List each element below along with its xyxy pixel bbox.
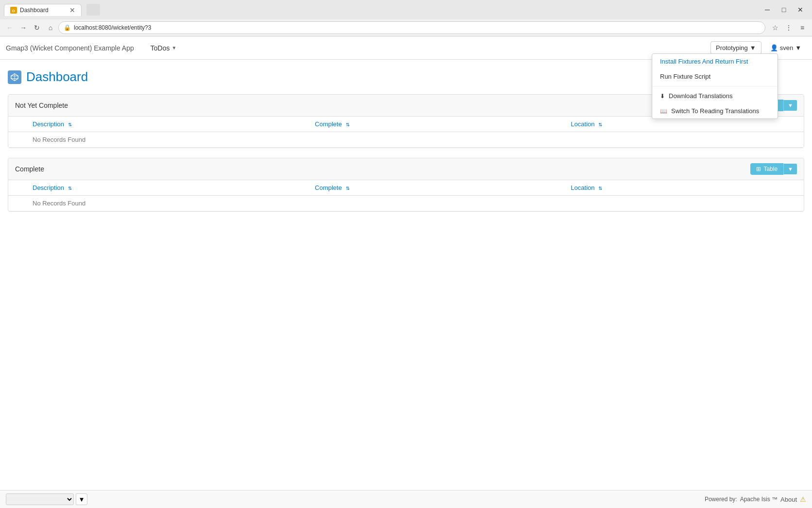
- not-yet-complete-title: Not Yet Complete: [15, 102, 68, 109]
- sort-location-icon-1: ⇅: [598, 122, 602, 127]
- tab-favicon: D: [10, 7, 17, 14]
- user-label: sven: [780, 44, 793, 51]
- forward-button[interactable]: →: [17, 22, 29, 34]
- complete-title: Complete: [15, 165, 44, 173]
- sort-location-icon-2: ⇅: [598, 186, 602, 191]
- maximize-button[interactable]: □: [776, 3, 792, 17]
- no-records-text-2: No Records Found: [28, 196, 804, 211]
- menu-button[interactable]: ≡: [796, 22, 808, 34]
- address-bar[interactable]: 🔒 localhost:8080/wicket/entity?3: [58, 21, 765, 34]
- user-icon: 👤: [770, 44, 778, 51]
- browser-navigation: ← → ↻ ⌂ 🔒 localhost:8080/wicket/entity?3…: [0, 19, 812, 36]
- page-icon: [8, 70, 21, 84]
- todos-nav-dropdown[interactable]: ToDos ▼: [146, 41, 182, 55]
- dropdown-divider: [652, 86, 778, 86]
- dashboard-cube-icon: [10, 73, 19, 82]
- complete-table-btn-dropdown[interactable]: ▼: [783, 164, 797, 174]
- col-description-1[interactable]: Description ⇅: [28, 117, 310, 132]
- close-button[interactable]: ✕: [793, 3, 808, 17]
- browser-actions: ☆ ⋮ ≡: [769, 22, 808, 34]
- dropdown-item-install-fixtures[interactable]: Install Fixtures And Return First: [652, 54, 778, 69]
- prototyping-dropdown-arrow-icon: ▼: [750, 44, 756, 51]
- no-records-row-1: No Records Found: [8, 132, 804, 148]
- tab-title: Dashboard: [20, 7, 67, 14]
- browser-tab[interactable]: D Dashboard ✕: [4, 4, 82, 16]
- address-text: localhost:8080/wicket/entity?3: [74, 24, 151, 31]
- sort-description-icon-1: ⇅: [68, 122, 72, 127]
- table-icon-2: ⊞: [756, 166, 761, 172]
- switch-translations-label: Switch To Reading Translations: [671, 107, 759, 115]
- prototyping-button[interactable]: Prototyping ▼: [710, 41, 761, 54]
- back-button[interactable]: ←: [4, 22, 16, 34]
- dropdown-item-download-translations[interactable]: ⬇ Download Translations: [652, 88, 778, 103]
- download-icon: ⬇: [660, 93, 665, 100]
- reload-button[interactable]: ↻: [31, 22, 43, 34]
- todos-nav-label: ToDos: [151, 44, 170, 52]
- app-title: Gmap3 (Wicket Component) Example App: [6, 44, 134, 52]
- extensions-button[interactable]: ⋮: [783, 22, 795, 34]
- prototyping-label: Prototyping: [716, 44, 748, 51]
- complete-table-button[interactable]: ⊞ Table ▼: [750, 163, 797, 175]
- book-icon: 📖: [660, 108, 667, 115]
- not-yet-complete-table-btn-dropdown[interactable]: ▼: [783, 100, 797, 111]
- sort-description-icon-2: ⇅: [68, 186, 72, 191]
- col-complete-2[interactable]: Complete ⇅: [310, 180, 566, 196]
- col-complete-1[interactable]: Complete ⇅: [310, 117, 566, 132]
- download-translations-label: Download Translations: [669, 92, 733, 100]
- new-tab-button[interactable]: [86, 4, 100, 16]
- bookmark-button[interactable]: ☆: [769, 22, 781, 34]
- todos-dropdown-arrow-icon: ▼: [171, 45, 176, 51]
- col-checkbox-1: [8, 117, 28, 132]
- minimize-button[interactable]: ─: [760, 3, 775, 17]
- window-controls: ─ □ ✕: [760, 3, 808, 17]
- col-description-2[interactable]: Description ⇅: [28, 180, 310, 196]
- prototyping-dropdown-menu: Install Fixtures And Return First Run Fi…: [652, 53, 778, 119]
- svg-text:D: D: [12, 9, 15, 13]
- dropdown-item-run-fixture[interactable]: Run Fixture Script: [652, 69, 778, 84]
- address-lock-icon: 🔒: [64, 24, 71, 31]
- navbar-right: Prototyping ▼ 👤 sven ▼: [710, 41, 806, 54]
- no-records-text-1: No Records Found: [28, 132, 804, 148]
- sort-complete-icon-2: ⇅: [346, 186, 350, 191]
- not-yet-complete-table: Description ⇅ Complete ⇅ Location ⇅: [8, 117, 804, 148]
- col-checkbox-2: [8, 180, 28, 196]
- complete-section: Complete ⊞ Table ▼ Description ⇅ C: [8, 158, 804, 212]
- home-button[interactable]: ⌂: [45, 22, 56, 34]
- run-fixture-label: Run Fixture Script: [660, 73, 710, 80]
- browser-chrome: D Dashboard ✕ ─ □ ✕ ← → ↻ ⌂ 🔒 localhost:…: [0, 0, 812, 36]
- browser-titlebar: D Dashboard ✕ ─ □ ✕: [0, 0, 812, 19]
- user-dropdown-arrow-icon: ▼: [795, 44, 801, 51]
- sort-complete-icon-1: ⇅: [346, 122, 350, 127]
- complete-table-btn-main[interactable]: ⊞ Table: [750, 163, 783, 175]
- page-title: Dashboard: [26, 69, 88, 85]
- install-fixtures-label: Install Fixtures And Return First: [660, 58, 748, 65]
- col-location-2[interactable]: Location ⇅: [566, 180, 804, 196]
- no-records-row-2: No Records Found: [8, 196, 804, 211]
- user-menu-button[interactable]: 👤 sven ▼: [765, 42, 806, 54]
- complete-header: Complete ⊞ Table ▼: [8, 158, 804, 180]
- tab-close-button[interactable]: ✕: [69, 7, 75, 14]
- complete-table: Description ⇅ Complete ⇅ Location ⇅: [8, 180, 804, 211]
- dropdown-item-switch-translations[interactable]: 📖 Switch To Reading Translations: [652, 103, 778, 119]
